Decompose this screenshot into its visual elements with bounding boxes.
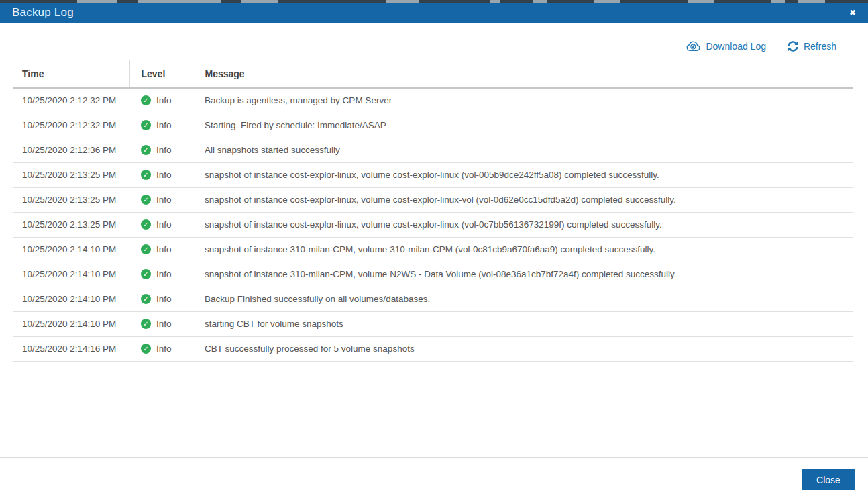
log-message: snapshot of instance cost-explor-linux, …: [193, 187, 853, 212]
table-row: 10/25/2020 2:12:32 PM ✓ Info Backup is a…: [13, 88, 853, 113]
log-message: Backup is agentless, managed by CPM Serv…: [193, 88, 853, 113]
log-table-body: 10/25/2020 2:12:32 PM ✓ Info Backup is a…: [13, 88, 853, 361]
log-message: snapshot of instance 310-milan-CPM, volu…: [193, 237, 853, 262]
log-time: 10/25/2020 2:14:16 PM: [13, 336, 129, 361]
log-level-label: Info: [156, 269, 172, 279]
success-check-icon: ✓: [141, 294, 151, 304]
column-header-time: Time: [13, 60, 129, 88]
column-header-level: Level: [129, 60, 193, 88]
table-header-row: Time Level Message: [13, 60, 853, 88]
log-message: Starting. Fired by schedule: Immediate/A…: [193, 113, 853, 138]
table-row: 10/25/2020 2:12:32 PM ✓ Info Starting. F…: [13, 113, 853, 138]
log-level-label: Info: [156, 120, 172, 130]
log-level-label: Info: [156, 145, 172, 155]
success-check-icon: ✓: [141, 319, 151, 329]
log-level-label: Info: [156, 319, 172, 329]
log-message: snapshot of instance cost-explor-linux, …: [193, 212, 853, 237]
log-level: ✓ Info: [141, 344, 193, 354]
success-check-icon: ✓: [141, 244, 151, 254]
modal-title: Backup Log: [12, 6, 74, 19]
log-level-label: Info: [156, 95, 172, 105]
table-row: 10/25/2020 2:13:25 PM ✓ Info snapshot of…: [13, 212, 853, 237]
log-level: ✓ Info: [141, 269, 193, 279]
download-log-button[interactable]: Download Log: [686, 41, 766, 52]
column-header-message: Message: [193, 60, 853, 88]
log-level-label: Info: [156, 170, 172, 180]
log-message: snapshot of instance cost-explor-linux, …: [193, 162, 853, 187]
table-row: 10/25/2020 2:14:16 PM ✓ Info CBT success…: [13, 336, 853, 361]
log-time: 10/25/2020 2:14:10 PM: [13, 262, 129, 287]
log-level: ✓ Info: [141, 145, 193, 155]
log-message: All snapshots started successfully: [193, 138, 853, 162]
log-message: CBT successfully processed for 5 volume …: [193, 336, 853, 361]
log-level: ✓ Info: [141, 319, 193, 329]
log-time: 10/25/2020 2:12:36 PM: [13, 138, 129, 162]
success-check-icon: ✓: [141, 120, 151, 130]
close-icon[interactable]: ✖: [849, 9, 856, 17]
log-level-label: Info: [156, 244, 172, 254]
success-check-icon: ✓: [141, 95, 151, 105]
log-level: ✓ Info: [141, 244, 193, 254]
log-time: 10/25/2020 2:13:25 PM: [13, 212, 129, 237]
log-time: 10/25/2020 2:14:10 PM: [13, 237, 129, 262]
log-level: ✓ Info: [141, 294, 193, 304]
table-row: 10/25/2020 2:13:25 PM ✓ Info snapshot of…: [13, 187, 853, 212]
table-row: 10/25/2020 2:12:36 PM ✓ Info All snapsho…: [13, 138, 853, 162]
table-row: 10/25/2020 2:14:10 PM ✓ Info starting CB…: [13, 311, 853, 336]
modal-body: Download Log Refresh Time Level Message …: [0, 23, 868, 457]
log-level-label: Info: [156, 195, 172, 205]
log-level-label: Info: [156, 344, 172, 354]
log-time: 10/25/2020 2:14:10 PM: [13, 311, 129, 336]
log-time: 10/25/2020 2:14:10 PM: [13, 287, 129, 311]
log-time: 10/25/2020 2:13:25 PM: [13, 187, 129, 212]
backup-log-table: Time Level Message 10/25/2020 2:12:32 PM…: [13, 60, 853, 362]
success-check-icon: ✓: [141, 344, 151, 354]
close-button[interactable]: Close: [802, 469, 855, 490]
log-message: Backup Finished successfully on all volu…: [193, 287, 853, 311]
log-level: ✓ Info: [141, 95, 193, 105]
log-level: ✓ Info: [141, 120, 193, 130]
log-level-label: Info: [156, 219, 172, 230]
log-time: 10/25/2020 2:12:32 PM: [13, 88, 129, 113]
table-row: 10/25/2020 2:14:10 PM ✓ Info snapshot of…: [13, 262, 853, 287]
refresh-label: Refresh: [804, 41, 836, 52]
log-level: ✓ Info: [141, 195, 193, 205]
success-check-icon: ✓: [141, 219, 151, 230]
log-time: 10/25/2020 2:12:32 PM: [13, 113, 129, 138]
log-message: starting CBT for volume snapshots: [193, 311, 853, 336]
log-message: snapshot of instance 310-milan-CPM, volu…: [193, 262, 853, 287]
cloud-download-icon: [686, 41, 700, 52]
refresh-icon: [788, 41, 798, 52]
log-level: ✓ Info: [141, 170, 193, 180]
table-row: 10/25/2020 2:13:25 PM ✓ Info snapshot of…: [13, 162, 853, 187]
log-actions: Download Log Refresh: [0, 39, 836, 54]
table-row: 10/25/2020 2:14:10 PM ✓ Info Backup Fini…: [13, 287, 853, 311]
success-check-icon: ✓: [141, 170, 151, 180]
success-check-icon: ✓: [141, 195, 151, 205]
download-log-label: Download Log: [706, 41, 766, 52]
success-check-icon: ✓: [141, 269, 151, 279]
modal-header: Backup Log ✖: [0, 3, 868, 23]
modal-footer: Close: [0, 457, 868, 500]
refresh-button[interactable]: Refresh: [788, 41, 836, 52]
log-time: 10/25/2020 2:13:25 PM: [13, 162, 129, 187]
success-check-icon: ✓: [141, 145, 151, 155]
log-level: ✓ Info: [141, 219, 193, 230]
log-level-label: Info: [156, 294, 172, 304]
table-row: 10/25/2020 2:14:10 PM ✓ Info snapshot of…: [13, 237, 853, 262]
